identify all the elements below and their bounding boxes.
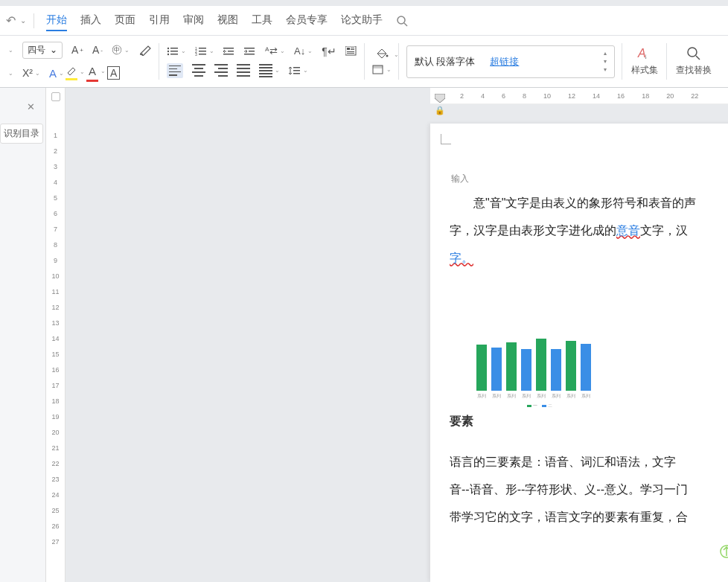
decrease-indent-button[interactable]	[223, 46, 235, 57]
svg-rect-24	[347, 51, 354, 52]
svg-rect-25	[347, 53, 354, 54]
style-default[interactable]: 默认 段落字体	[415, 55, 476, 68]
text-effect-button[interactable]: A⌄	[49, 67, 57, 80]
tab-3[interactable]: 引用	[149, 10, 170, 31]
svg-rect-11	[199, 51, 206, 52]
font-size-select[interactable]: 四号⌄	[22, 42, 63, 59]
svg-rect-9	[199, 48, 206, 49]
svg-rect-3	[170, 48, 178, 49]
distribute-button[interactable]: ⌄	[259, 64, 280, 77]
sort-button[interactable]: A↓⌄	[294, 45, 313, 57]
tab-2[interactable]: 页面	[115, 10, 135, 31]
style-hyperlink[interactable]: 超链接	[490, 55, 519, 68]
svg-rect-27	[293, 70, 300, 71]
numbered-list-button[interactable]: 123⌄	[195, 46, 214, 57]
bullet-list-button[interactable]: ⌄	[167, 46, 186, 57]
document-page: 输入 意"音"文字是由表义的象形符号和表音的声 字，汉字是由表形文字进化成的意音…	[430, 124, 728, 582]
svg-rect-31	[373, 65, 383, 68]
align-right-button[interactable]	[214, 64, 228, 77]
shading-button[interactable]: ⌄	[372, 48, 392, 59]
subscript-button[interactable]: ⌄	[7, 70, 13, 77]
watermark: 极光下载站 www.xz7.com	[720, 545, 728, 570]
align-justify-button[interactable]	[237, 64, 250, 77]
chart-bar	[536, 339, 546, 391]
indent-marker-icon[interactable]	[435, 94, 445, 103]
svg-rect-19	[244, 54, 255, 55]
style-expand-icon[interactable]: ▾	[604, 66, 607, 73]
align-center-button[interactable]	[192, 64, 205, 77]
svg-text:↓: ↓	[644, 52, 648, 60]
svg-point-4	[167, 50, 169, 51]
search-icon[interactable]	[396, 15, 408, 27]
text-direction-button[interactable]: ᴬ⇄⌄	[265, 45, 285, 57]
vertical-ruler: 1234567891011121314151617181920212223242…	[46, 88, 66, 582]
tab-5[interactable]: 视图	[217, 10, 238, 31]
decrease-font-button[interactable]: A-	[92, 44, 103, 56]
font-dropdown[interactable]: ⌄	[7, 47, 13, 54]
svg-rect-14	[223, 48, 234, 49]
svg-rect-15	[228, 51, 234, 52]
svg-text:3: 3	[195, 52, 197, 57]
style-set-icon: A↓	[636, 46, 653, 61]
clear-format-button[interactable]	[138, 44, 152, 56]
svg-point-0	[397, 16, 405, 24]
find-icon	[686, 46, 701, 61]
svg-rect-21	[347, 48, 350, 50]
toc-button[interactable]: 识别目录	[0, 124, 43, 144]
phonetic-guide-button[interactable]: ㊥⌄	[112, 43, 130, 57]
align-left-button[interactable]	[167, 63, 183, 78]
input-label: 输入	[451, 173, 728, 185]
style-scroll-up-icon[interactable]: ▴	[604, 50, 607, 57]
superscript-button[interactable]: X²⌄	[22, 67, 40, 79]
svg-point-34	[688, 48, 697, 57]
divider	[33, 13, 34, 28]
highlight-color-button[interactable]: ⌄	[66, 65, 77, 80]
toolbar: ⌄ 四号⌄ A+ A- ㊥⌄ ⌄ X²⌄ A⌄ ⌄ A⌄ A ⌄ 123⌄ ᴬ⇄…	[0, 36, 728, 88]
svg-rect-26	[293, 67, 300, 68]
svg-point-2	[167, 47, 169, 48]
chart-bar	[551, 349, 561, 391]
style-set-button[interactable]: A↓ 样式集	[622, 36, 667, 87]
chart-bar	[491, 348, 502, 391]
undo-icon[interactable]: ↶	[6, 13, 16, 28]
heading-elements[interactable]: 要素	[450, 414, 728, 429]
menu-bar: ↶ ⌄ 开始插入页面引用审阅视图工具会员专享论文助手	[0, 6, 728, 36]
svg-rect-13	[199, 54, 206, 55]
tab-1[interactable]: 插入	[80, 10, 101, 31]
line-spacing-button[interactable]: ⌄	[289, 65, 308, 76]
table-of-contents-button[interactable]	[345, 46, 357, 57]
increase-font-button[interactable]: A+	[71, 44, 83, 56]
highlighted-text: 意音	[616, 224, 640, 237]
svg-rect-23	[351, 49, 354, 50]
font-color-button[interactable]: A⌄	[86, 65, 98, 82]
undo-dropdown-icon[interactable]: ⌄	[20, 16, 26, 25]
chart-bar	[581, 344, 591, 391]
tab-8[interactable]: 论文助手	[341, 10, 383, 31]
outline-panel: ✕ 识别目录	[0, 88, 46, 582]
tab-0[interactable]: 开始	[46, 10, 67, 31]
style-gallery[interactable]: 默认 段落字体 超链接 ▴▾▾	[406, 45, 615, 78]
lock-icon: 🔒	[435, 106, 445, 115]
bar-chart[interactable]: 系列系列系列系列系列系列系列系列 一 二	[476, 339, 603, 409]
close-panel-icon[interactable]: ✕	[27, 101, 35, 112]
svg-rect-28	[293, 73, 300, 74]
char-border-button[interactable]: A	[107, 66, 120, 80]
increase-indent-button[interactable]	[244, 46, 256, 57]
svg-rect-16	[223, 54, 234, 55]
svg-line-35	[696, 56, 700, 60]
paragraph-1[interactable]: 意"音"文字是由表义的象形符号和表音的声 字，汉字是由表形文字进化成的意音文字，…	[450, 190, 728, 272]
svg-rect-17	[244, 48, 255, 49]
svg-rect-22	[351, 48, 354, 48]
chart-bar	[521, 349, 531, 391]
svg-point-6	[167, 53, 169, 54]
find-replace-button[interactable]: 查找替换	[667, 36, 721, 87]
tab-7[interactable]: 会员专享	[286, 10, 328, 31]
chart-bar	[506, 342, 517, 391]
tab-6[interactable]: 工具	[252, 10, 272, 31]
show-marks-button[interactable]: ¶↵	[322, 45, 336, 57]
style-scroll-down-icon[interactable]: ▾	[604, 58, 607, 65]
border-button[interactable]: ⌄	[372, 65, 392, 75]
tab-4[interactable]: 审阅	[183, 10, 204, 31]
svg-rect-7	[170, 54, 178, 55]
paragraph-2[interactable]: 语言的三要素是：语音、词汇和语法，文字 音--语音、形--字符形状、义--意义。…	[450, 449, 728, 531]
